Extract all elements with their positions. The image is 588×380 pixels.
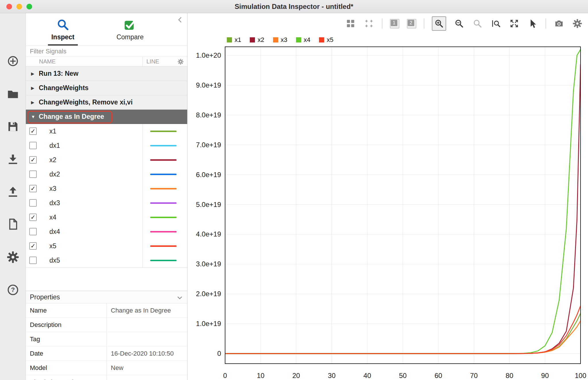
signal-line-swatch[interactable]	[150, 174, 177, 175]
add-run-button[interactable]	[7, 55, 19, 67]
signal-line-swatch[interactable]	[150, 231, 177, 232]
legend-color-swatch	[273, 37, 278, 42]
signal-checkbox[interactable]: ✓	[29, 242, 37, 250]
signal-line-swatch[interactable]	[150, 159, 177, 161]
property-value[interactable]: Change as In Degree	[107, 303, 187, 317]
property-value[interactable]	[107, 318, 187, 332]
plot-canvas[interactable]: 010203040506070809010001.0e+192.0e+193.0…	[187, 13, 588, 380]
signal-row[interactable]: dx4	[26, 224, 187, 239]
signal-checkbox[interactable]	[29, 170, 37, 178]
fit-to-view-button[interactable]	[509, 18, 520, 29]
svg-text:3.0e+19: 3.0e+19	[196, 260, 221, 268]
signal-checkbox[interactable]	[29, 142, 37, 149]
preferences-button[interactable]	[7, 251, 19, 263]
export-button[interactable]	[7, 186, 19, 198]
legend-item[interactable]: x4	[296, 36, 310, 44]
legend-item[interactable]: x3	[273, 36, 287, 44]
signal-checkbox[interactable]: ✓	[29, 127, 37, 135]
expander-expanded-icon[interactable]: ▼	[31, 114, 36, 119]
signal-line-swatch[interactable]	[150, 188, 177, 189]
signal-checkbox[interactable]: ✓	[29, 214, 37, 221]
subplot-layout-button[interactable]	[345, 18, 356, 29]
plot-settings-button[interactable]	[572, 18, 583, 29]
collapse-sidebar-button[interactable]	[177, 16, 184, 24]
expander-collapsed-icon[interactable]: ▶	[31, 86, 36, 91]
signal-row[interactable]: dx3	[26, 196, 187, 210]
create-report-button[interactable]	[7, 218, 19, 230]
signal-row[interactable]: ✓ x2	[26, 153, 187, 167]
view-1-button[interactable]: 1	[390, 19, 399, 28]
run-group-row[interactable]: ▶ ChangeWeights	[26, 81, 187, 95]
property-value[interactable]	[107, 332, 187, 346]
help-button[interactable]: ?	[7, 284, 19, 296]
tab-inspect[interactable]: Inspect	[33, 13, 93, 46]
folder-icon	[7, 88, 19, 100]
signal-checkbox[interactable]	[29, 257, 37, 264]
run-group-row-expanded[interactable]: ▼ Change as In Degree	[26, 110, 187, 124]
signal-line-swatch[interactable]	[150, 217, 177, 218]
signal-line-swatch[interactable]	[150, 202, 177, 204]
chart-legend: x1 x2 x3 x4 x5	[227, 36, 333, 44]
property-value[interactable]: New	[107, 361, 187, 375]
property-row: Tag	[26, 332, 187, 346]
expander-collapsed-icon[interactable]: ▶	[31, 100, 36, 105]
view-2-button[interactable]: 2	[407, 19, 416, 28]
signal-row[interactable]: ✓ x1	[26, 124, 187, 138]
signal-row[interactable]: ✓ x3	[26, 181, 187, 196]
pointer-button[interactable]	[527, 18, 538, 29]
svg-text:6.0e+19: 6.0e+19	[196, 171, 221, 179]
signal-row[interactable]: ✓ x5	[26, 239, 187, 253]
signal-checkbox[interactable]: ✓	[29, 185, 37, 192]
signal-checkbox[interactable]	[29, 199, 37, 207]
legend-color-swatch	[250, 37, 255, 42]
chevron-down-icon[interactable]	[176, 294, 183, 301]
gear-icon	[7, 251, 19, 263]
legend-label: x2	[258, 36, 264, 44]
signal-line-swatch[interactable]	[150, 131, 177, 132]
zoom-out-button[interactable]	[454, 18, 465, 29]
snapshot-button[interactable]	[554, 18, 564, 29]
filter-signals-input[interactable]	[26, 46, 187, 57]
property-value[interactable]: 16-Dec-2020 10:10:50	[107, 346, 187, 360]
close-button[interactable]	[6, 4, 12, 9]
column-settings-gear-icon[interactable]	[177, 59, 184, 65]
signal-checkbox[interactable]: ✓	[29, 156, 37, 164]
signal-line-column	[142, 138, 187, 153]
zoom-y-button[interactable]	[490, 18, 501, 29]
import-button[interactable]	[7, 153, 19, 166]
maximize-button[interactable]	[26, 4, 32, 9]
zoom-in-button[interactable]	[434, 18, 444, 29]
svg-text:40: 40	[363, 372, 371, 379]
signal-checkbox[interactable]	[29, 228, 37, 235]
svg-text:80: 80	[506, 372, 513, 379]
tab-compare-label: Compare	[117, 33, 144, 41]
signal-line-swatch[interactable]	[150, 260, 177, 261]
open-button[interactable]	[7, 88, 19, 100]
pan-button[interactable]	[472, 18, 483, 29]
run-group-row[interactable]: ▶ Run 13: New	[26, 67, 187, 81]
save-button[interactable]	[7, 120, 19, 133]
signal-table-header: NAME LINE	[26, 57, 187, 67]
signal-line-column	[142, 196, 187, 210]
signal-row[interactable]: dx1	[26, 138, 187, 153]
svg-text:20: 20	[292, 372, 300, 379]
question-mark-icon: ?	[7, 284, 19, 296]
compare-check-icon	[123, 18, 137, 31]
properties-header[interactable]: Properties	[26, 291, 187, 303]
signal-line-swatch[interactable]	[150, 245, 177, 247]
legend-item[interactable]: x2	[250, 36, 264, 44]
legend-item[interactable]: x5	[319, 36, 333, 44]
tab-compare[interactable]: Compare	[100, 13, 160, 46]
signal-row[interactable]: dx2	[26, 167, 187, 181]
run-group-row[interactable]: ▶ ChangeWeights, Remove xi,vi	[26, 95, 187, 110]
signal-row[interactable]: ✓ x4	[26, 210, 187, 224]
legend-item[interactable]: x1	[227, 36, 241, 44]
custom-layout-button[interactable]	[363, 18, 374, 29]
upload-arrow-icon	[7, 186, 19, 198]
column-name-header[interactable]: NAME	[26, 58, 56, 65]
property-value[interactable]	[107, 375, 187, 380]
signal-row[interactable]: dx5	[26, 253, 187, 267]
minimize-button[interactable]	[16, 4, 22, 9]
signal-line-swatch[interactable]	[150, 145, 177, 146]
expander-collapsed-icon[interactable]: ▶	[31, 71, 36, 76]
